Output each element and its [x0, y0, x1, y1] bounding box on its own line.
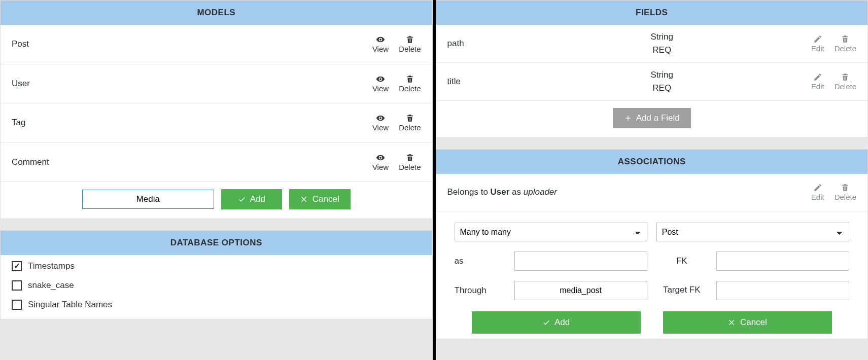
field-meta: StringREQ	[539, 70, 786, 93]
model-delete-button[interactable]: Delete	[399, 153, 421, 172]
model-delete-button[interactable]: Delete	[399, 35, 421, 54]
association-add-button[interactable]: Add	[472, 311, 641, 334]
model-name-input[interactable]	[82, 190, 214, 209]
field-delete-button[interactable]: Delete	[835, 34, 856, 53]
check-icon	[542, 318, 550, 327]
field-meta: StringREQ	[539, 32, 786, 55]
association-cancel-button[interactable]: Cancel	[663, 311, 832, 334]
field-row: pathStringREQEditDelete	[436, 25, 868, 63]
association-edit-button[interactable]: Edit	[811, 183, 824, 202]
models-panel: MODELS PostViewDeleteUserViewDeleteTagVi…	[0, 0, 433, 219]
singular-checkbox[interactable]: Singular Table Names	[12, 300, 421, 310]
field-type: String	[651, 70, 673, 80]
plus-icon	[624, 114, 632, 122]
field-type: String	[651, 32, 673, 42]
association-delete-button[interactable]: Delete	[835, 183, 856, 202]
model-view-button[interactable]: View	[372, 114, 389, 132]
checkbox-icon	[12, 300, 22, 310]
trash-icon	[841, 183, 850, 192]
eye-icon	[376, 35, 385, 44]
models-heading: MODELS	[1, 1, 432, 25]
db-options-heading: DATABASE OPTIONS	[1, 231, 432, 255]
targetfk-input[interactable]	[716, 281, 849, 300]
association-form: Many to many Post as FK Through Target F…	[436, 211, 868, 311]
db-options-panel: DATABASE OPTIONS Timestamps snake_case S…	[0, 230, 433, 319]
as-label: as	[455, 256, 505, 266]
check-icon	[238, 195, 246, 203]
model-row: TagViewDelete	[1, 103, 432, 143]
model-row: UserViewDelete	[1, 64, 432, 104]
fk-input[interactable]	[716, 251, 849, 271]
eye-icon	[376, 75, 385, 84]
snakecase-label: snake_case	[28, 280, 74, 291]
model-cancel-label: Cancel	[313, 194, 339, 204]
associations-heading: ASSOCIATIONS	[436, 150, 868, 174]
models-add-row: Add Cancel	[1, 182, 432, 219]
edit-icon	[813, 34, 822, 44]
trash-icon	[405, 75, 414, 84]
model-name: User	[12, 79, 372, 89]
trash-icon	[405, 35, 414, 44]
through-input[interactable]	[514, 281, 647, 300]
model-name: Tag	[12, 118, 372, 128]
fields-heading: FIELDS	[436, 1, 868, 25]
trash-icon	[841, 34, 850, 44]
field-required-badge: REQ	[652, 83, 671, 93]
add-field-button[interactable]: Add a Field	[613, 108, 691, 128]
through-label: Through	[455, 285, 505, 296]
add-field-label: Add a Field	[636, 113, 680, 123]
trash-icon	[841, 73, 850, 82]
field-required-badge: REQ	[652, 45, 671, 55]
model-delete-button[interactable]: Delete	[399, 114, 421, 132]
timestamps-checkbox[interactable]: Timestamps	[12, 261, 421, 271]
model-name: Post	[12, 39, 372, 49]
model-row: PostViewDelete	[1, 25, 432, 64]
targetfk-label: Target FK	[656, 285, 707, 295]
trash-icon	[405, 114, 414, 123]
as-input[interactable]	[514, 251, 647, 271]
model-view-button[interactable]: View	[372, 75, 389, 93]
edit-icon	[813, 73, 822, 82]
model-row: CommentViewDelete	[1, 143, 432, 183]
field-row: titleStringREQEditDelete	[436, 63, 868, 101]
fields-panel: FIELDS pathStringREQEditDeletetitleStrin…	[436, 0, 869, 138]
model-view-button[interactable]: View	[372, 153, 389, 172]
close-icon	[300, 195, 308, 203]
snakecase-checkbox[interactable]: snake_case	[12, 280, 421, 291]
field-name: title	[447, 77, 539, 87]
checkbox-icon	[12, 261, 22, 271]
relation-type-select[interactable]: Many to many	[455, 223, 647, 241]
singular-label: Singular Table Names	[28, 300, 112, 310]
field-edit-button[interactable]: Edit	[811, 73, 824, 91]
model-cancel-button[interactable]: Cancel	[289, 189, 351, 209]
model-add-button[interactable]: Add	[221, 189, 282, 209]
field-delete-button[interactable]: Delete	[835, 73, 856, 91]
eye-icon	[376, 114, 385, 123]
fk-label: FK	[656, 256, 707, 266]
relation-target-select[interactable]: Post	[656, 223, 849, 241]
associations-panel: ASSOCIATIONS Belongs to User as uploader…	[436, 149, 869, 339]
association-row: Belongs to User as uploader Edit Delete	[436, 174, 868, 211]
model-view-button[interactable]: View	[372, 35, 389, 54]
model-name: Comment	[12, 157, 372, 167]
timestamps-label: Timestamps	[28, 261, 75, 271]
association-description: Belongs to User as uploader	[447, 187, 811, 197]
checkbox-icon	[12, 280, 22, 291]
edit-icon	[813, 183, 822, 192]
field-name: path	[447, 39, 539, 49]
close-icon	[728, 318, 736, 327]
model-add-label: Add	[250, 194, 265, 204]
model-delete-button[interactable]: Delete	[399, 75, 421, 93]
trash-icon	[405, 153, 414, 162]
eye-icon	[376, 153, 385, 162]
field-edit-button[interactable]: Edit	[811, 34, 824, 53]
